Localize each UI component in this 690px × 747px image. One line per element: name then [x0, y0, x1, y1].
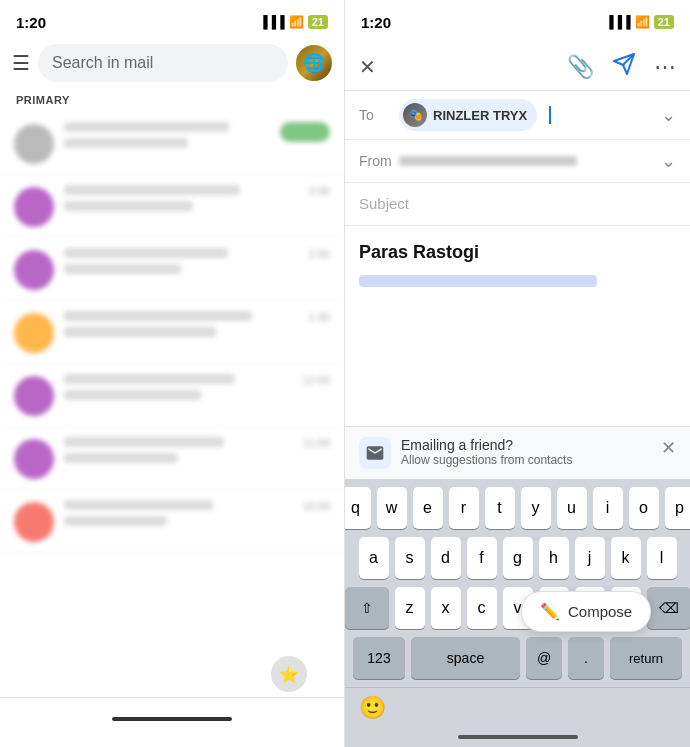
- mail-time: 11:00: [302, 437, 330, 449]
- mail-item[interactable]: 10:00: [0, 490, 344, 553]
- expand-recipients-icon[interactable]: ⌄: [661, 104, 676, 126]
- emoji-icon[interactable]: 🙂: [359, 695, 386, 721]
- key-e[interactable]: e: [413, 487, 443, 529]
- key-y[interactable]: y: [521, 487, 551, 529]
- key-d[interactable]: d: [431, 537, 461, 579]
- user-avatar[interactable]: 🌐: [296, 45, 332, 81]
- key-h[interactable]: h: [539, 537, 569, 579]
- suggestions-title: Emailing a friend?: [401, 437, 651, 453]
- mail-avatar: [14, 376, 54, 416]
- key-return[interactable]: return: [610, 637, 682, 679]
- mail-content: [64, 311, 299, 343]
- more-icon[interactable]: ⋯: [654, 54, 676, 80]
- mail-item[interactable]: 3:00: [0, 175, 344, 238]
- key-r[interactable]: r: [449, 487, 479, 529]
- from-row: From ⌄: [345, 140, 690, 183]
- suggestions-close-icon[interactable]: ✕: [661, 437, 676, 459]
- mail-item[interactable]: 1:30: [0, 301, 344, 364]
- search-input[interactable]: Search in mail: [38, 44, 288, 82]
- key-t[interactable]: t: [485, 487, 515, 529]
- mail-content: [64, 185, 299, 217]
- key-p[interactable]: p: [665, 487, 691, 529]
- time-left: 1:20: [16, 14, 46, 31]
- key-i[interactable]: i: [593, 487, 623, 529]
- key-period[interactable]: .: [568, 637, 604, 679]
- key-a[interactable]: a: [359, 537, 389, 579]
- home-indicator: [112, 717, 232, 721]
- key-l[interactable]: l: [647, 537, 677, 579]
- suggestions-bar: Emailing a friend? Allow suggestions fro…: [345, 426, 690, 479]
- key-o[interactable]: o: [629, 487, 659, 529]
- contact-name: Paras Rastogi: [359, 242, 676, 263]
- mail-item[interactable]: 11:00: [0, 427, 344, 490]
- key-f[interactable]: f: [467, 537, 497, 579]
- status-icons-left: ▐▐▐ 📶 21: [259, 15, 328, 29]
- compose-body[interactable]: Paras Rastogi: [345, 226, 690, 426]
- mail-content: [64, 122, 270, 154]
- left-panel: 1:20 ▐▐▐ 📶 21 ☰ Search in mail 🌐 PRIMARY: [0, 0, 345, 747]
- signal-icon-right: ▐▐▐: [605, 15, 631, 29]
- key-k[interactable]: k: [611, 537, 641, 579]
- key-u[interactable]: u: [557, 487, 587, 529]
- attach-icon[interactable]: 📎: [567, 54, 594, 80]
- signal-icon: ▐▐▐: [259, 15, 285, 29]
- key-space[interactable]: space: [411, 637, 520, 679]
- key-at[interactable]: @: [526, 637, 562, 679]
- compose-actions: 📎 ⋯: [567, 52, 676, 82]
- subject-row[interactable]: Subject: [345, 183, 690, 226]
- status-icons-right: ▐▐▐ 📶 21: [605, 15, 674, 29]
- text-cursor: [549, 106, 551, 124]
- to-label: To: [359, 107, 391, 123]
- contact-email: [359, 275, 597, 287]
- mail-time: 2:00: [309, 248, 330, 260]
- mail-content: [64, 248, 299, 280]
- emoji-bar: 🙂: [345, 687, 690, 727]
- close-button[interactable]: ✕: [359, 55, 376, 79]
- mail-item[interactable]: 12:00: [0, 364, 344, 427]
- expand-from-icon[interactable]: ⌄: [661, 150, 676, 172]
- mail-content: [64, 500, 292, 532]
- mail-avatar: [14, 439, 54, 479]
- suggestions-subtitle: Allow suggestions from contacts: [401, 453, 651, 467]
- mail-time: 1:30: [309, 311, 330, 323]
- kb-row-bottom: 123 space @ . return: [349, 637, 686, 683]
- star-icon: ⭐: [271, 656, 307, 692]
- key-backspace[interactable]: ⌫: [647, 587, 691, 629]
- mail-avatar: [14, 124, 54, 164]
- recipient-name: RINZLER TRYX: [433, 108, 527, 123]
- time-right: 1:20: [361, 14, 391, 31]
- key-z[interactable]: z: [395, 587, 425, 629]
- recipient-avatar: 🎭: [403, 103, 427, 127]
- right-panel: 1:20 ▐▐▐ 📶 21 ✕ 📎 ⋯ To 🎭 RINZLER: [345, 0, 690, 747]
- primary-label: PRIMARY: [0, 90, 344, 112]
- mail-avatar: [14, 502, 54, 542]
- key-x[interactable]: x: [431, 587, 461, 629]
- key-s[interactable]: s: [395, 537, 425, 579]
- key-j[interactable]: j: [575, 537, 605, 579]
- mail-badge: [280, 122, 330, 142]
- kb-row-1: q w e r t y u i o p: [349, 487, 686, 529]
- mail-avatar: [14, 250, 54, 290]
- key-q[interactable]: q: [345, 487, 371, 529]
- key-c[interactable]: c: [467, 587, 497, 629]
- key-shift[interactable]: ⇧: [345, 587, 389, 629]
- from-address[interactable]: [399, 156, 653, 166]
- subject-placeholder: Subject: [359, 195, 409, 212]
- menu-icon[interactable]: ☰: [12, 51, 30, 75]
- key-123[interactable]: 123: [353, 637, 405, 679]
- mail-item[interactable]: 2:00: [0, 238, 344, 301]
- key-w[interactable]: w: [377, 487, 407, 529]
- battery-icon: 21: [308, 15, 328, 29]
- status-bar-right: 1:20 ▐▐▐ 📶 21: [345, 0, 690, 44]
- key-g[interactable]: g: [503, 537, 533, 579]
- mail-content: [64, 374, 292, 406]
- recipient-chip[interactable]: 🎭 RINZLER TRYX: [399, 99, 537, 131]
- mail-time: 3:00: [309, 185, 330, 197]
- battery-icon-right: 21: [654, 15, 674, 29]
- mail-item[interactable]: [0, 112, 344, 175]
- mail-time: 12:00: [302, 374, 330, 386]
- compose-toolbar: ✕ 📎 ⋯: [345, 44, 690, 91]
- mail-list: 3:00 2:00 1:30: [0, 112, 344, 697]
- send-icon[interactable]: [612, 52, 636, 82]
- status-bar-left: 1:20 ▐▐▐ 📶 21: [0, 0, 344, 44]
